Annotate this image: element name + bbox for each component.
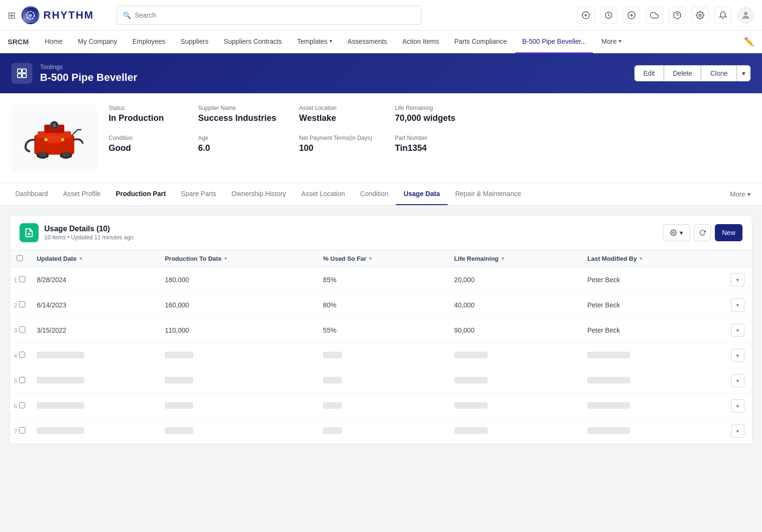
- location-field: Asset Location Westlake: [299, 105, 372, 123]
- tab-ownership-history[interactable]: Ownership History: [224, 183, 293, 205]
- row-1-used: 85%: [315, 267, 446, 293]
- record-header: Toolings B-500 Pipe Beveller Edit Delete…: [0, 53, 762, 93]
- row-1-action-btn[interactable]: ▾: [731, 273, 744, 286]
- nav-templates[interactable]: Templates ▾: [291, 30, 339, 53]
- svg-point-17: [52, 123, 56, 127]
- asset-fields: Status In Production Condition Good Supp…: [109, 105, 751, 153]
- nav-my-company[interactable]: My Company: [71, 30, 124, 53]
- table-row: 6 ▾: [10, 394, 752, 419]
- row-7-checkbox[interactable]: [19, 427, 25, 433]
- usage-table-wrapper: Updated Date ▾ Production To Date ▾: [10, 250, 752, 444]
- select-all-checkbox[interactable]: [17, 255, 23, 261]
- edit-button[interactable]: Edit: [634, 65, 664, 81]
- nav-home[interactable]: Home: [38, 30, 69, 53]
- svg-rect-9: [18, 69, 21, 73]
- row-6-action-btn[interactable]: ▾: [731, 399, 744, 413]
- tab-repair-maintenance[interactable]: Repair & Maintenance: [448, 183, 529, 205]
- nav-edit-icon[interactable]: ✏️: [744, 37, 754, 47]
- search-bar[interactable]: 🔍: [117, 6, 421, 25]
- col-last-modified[interactable]: Last Modified By ▾: [580, 250, 723, 267]
- field-group-4: Life Remaining 70,000 widgets Part Numbe…: [395, 105, 461, 153]
- row-4-action-btn[interactable]: ▾: [731, 349, 744, 362]
- nav-action-items[interactable]: Action Items: [396, 30, 446, 53]
- row-1-updated-date: 8/28/2024: [29, 267, 157, 293]
- nav-current-record[interactable]: B-500 Pipe Beveller...: [515, 30, 593, 53]
- col-updated-date-label: Updated Date: [37, 255, 77, 262]
- row-4-checkbox[interactable]: [19, 352, 25, 358]
- tab-condition[interactable]: Condition: [352, 183, 396, 205]
- badge-icon-btn[interactable]: [600, 7, 617, 24]
- svg-point-7: [699, 14, 702, 16]
- search-input[interactable]: [135, 11, 415, 19]
- row-2-checkbox[interactable]: [19, 301, 25, 307]
- app-name: SRCM: [8, 38, 29, 46]
- avatar-icon-btn[interactable]: [737, 7, 754, 24]
- col-used-so-far[interactable]: % Used So Far ▾: [315, 250, 446, 267]
- row-5-action-btn[interactable]: ▾: [731, 374, 744, 387]
- condition-value: Good: [109, 143, 175, 153]
- col-production-to-date[interactable]: Production To Date ▾: [157, 250, 315, 267]
- row-2-action-btn[interactable]: ▾: [731, 298, 744, 312]
- supplier-label: Supplier Name: [198, 105, 276, 111]
- logo-icon: [21, 6, 40, 24]
- production-sort-icon: ▾: [224, 256, 227, 262]
- row-1-checkbox[interactable]: [19, 276, 25, 282]
- row-5-checkbox[interactable]: [19, 377, 25, 383]
- nav-suppliers-contracts[interactable]: Suppliers Contracts: [217, 30, 289, 53]
- nav-employees[interactable]: Employees: [126, 30, 172, 53]
- col-updated-date[interactable]: Updated Date ▾: [29, 250, 157, 267]
- settings-icon-btn[interactable]: [692, 7, 709, 24]
- modified-sort-icon: ▾: [640, 256, 642, 262]
- life-remaining-value: 70,000 widgets: [395, 113, 461, 123]
- nav-assessments[interactable]: Assessments: [341, 30, 394, 53]
- row-3-action-btn[interactable]: ▾: [731, 324, 744, 337]
- svg-point-1: [29, 14, 32, 17]
- tab-more[interactable]: More ▾: [726, 184, 754, 205]
- refresh-button[interactable]: [694, 224, 711, 241]
- table-row: 3 3/15/2022 110,000 55% 90,000 Peter Bec…: [10, 318, 752, 343]
- tab-asset-location[interactable]: Asset Location: [293, 183, 352, 205]
- usage-card: Usage Details (10) 10 items • Updated 11…: [10, 215, 752, 444]
- tabs-bar: Dashboard Asset Profile Production Part …: [0, 183, 762, 206]
- row-6-checkbox[interactable]: [19, 402, 25, 408]
- row-2-updated-date: 6/14/2023: [29, 293, 157, 318]
- used-sort-icon: ▾: [369, 256, 372, 262]
- templates-chevron: ▾: [330, 38, 332, 44]
- svg-point-8: [744, 11, 747, 15]
- settings-button[interactable]: ▾: [663, 224, 690, 241]
- new-button[interactable]: New: [715, 224, 742, 241]
- delete-button[interactable]: Delete: [664, 65, 701, 81]
- game-icon-btn[interactable]: [577, 7, 594, 24]
- nav-parts-compliance[interactable]: Parts Compliance: [448, 30, 514, 53]
- tab-asset-profile[interactable]: Asset Profile: [56, 183, 109, 205]
- nav-suppliers[interactable]: Suppliers: [174, 30, 215, 53]
- search-icon: 🔍: [123, 11, 131, 19]
- svg-rect-12: [22, 74, 26, 78]
- row-3-checkbox[interactable]: [19, 326, 25, 333]
- clone-button[interactable]: Clone: [701, 65, 737, 81]
- logo-text: RHYTHM: [43, 9, 94, 21]
- svg-point-21: [61, 152, 71, 157]
- col-life-remaining[interactable]: Life Remaining ▾: [447, 250, 580, 267]
- header-record-title: B-500 Pipe Beveller: [40, 71, 627, 84]
- tab-spare-parts[interactable]: Spare Parts: [173, 183, 224, 205]
- tab-usage-data[interactable]: Usage Data: [396, 183, 447, 205]
- table-row: 2 6/14/2023 160,000 80% 40,000 Peter Bec…: [10, 293, 752, 318]
- nav-more[interactable]: More ▾: [595, 30, 628, 53]
- tab-dashboard[interactable]: Dashboard: [8, 183, 56, 205]
- notification-icon-btn[interactable]: [714, 7, 732, 24]
- location-label: Asset Location: [299, 105, 372, 111]
- usage-icon: [20, 223, 39, 242]
- more-actions-button[interactable]: ▾: [737, 65, 751, 81]
- usage-title-area: Usage Details (10) 10 items • Updated 11…: [44, 225, 133, 241]
- cloud-icon-btn[interactable]: [646, 7, 663, 24]
- tab-production-part[interactable]: Production Part: [108, 183, 173, 205]
- select-all-col: [10, 250, 29, 267]
- field-group-2: Supplier Name Success Industries Age 6.0: [198, 105, 276, 153]
- plus-icon-btn[interactable]: [623, 7, 640, 24]
- grid-icon[interactable]: ⊞: [8, 10, 16, 21]
- col-life-label: Life Remaining: [454, 255, 499, 262]
- svg-point-27: [672, 232, 674, 234]
- help-icon-btn[interactable]: [669, 7, 686, 24]
- row-7-action-btn[interactable]: ▾: [731, 424, 744, 438]
